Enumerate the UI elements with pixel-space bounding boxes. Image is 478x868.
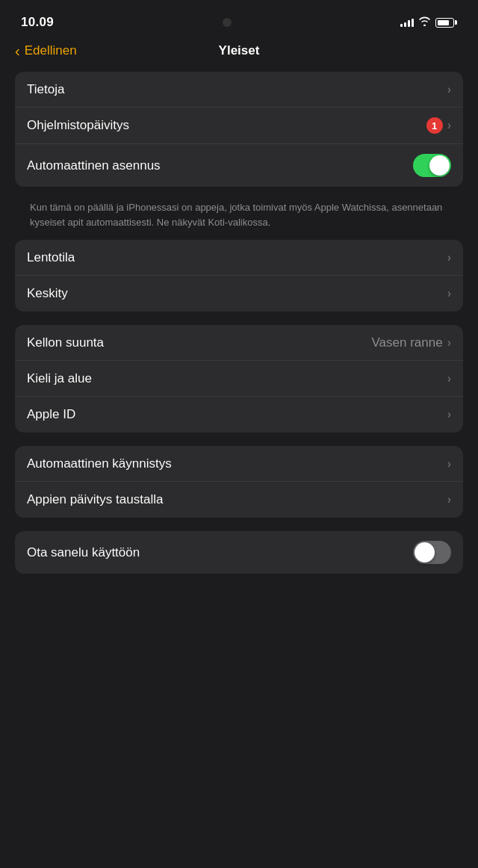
- ota-sanelu-row[interactable]: Ota sanelu käyttöön: [15, 531, 463, 574]
- settings-group-3: Kellon suunta Vasen ranne › Kieli ja alu…: [15, 325, 463, 433]
- ota-sanelu-toggle[interactable]: [413, 541, 451, 564]
- tietoja-label: Tietoja: [27, 82, 64, 97]
- settings-group-4: Automaattinen käynnistys › Appien päivit…: [15, 446, 463, 518]
- lentotila-label: Lentotila: [27, 250, 75, 265]
- phone-frame: 10.09: [0, 0, 478, 868]
- chevron-right-icon: ›: [447, 372, 451, 385]
- settings-group-5: Ota sanelu käyttöön: [15, 531, 463, 574]
- page-title: Yleiset: [219, 43, 260, 58]
- chevron-right-icon: ›: [447, 251, 451, 264]
- back-label: Edellinen: [25, 43, 77, 58]
- keskity-row[interactable]: Keskity ›: [15, 276, 463, 311]
- update-badge: 1: [426, 117, 443, 134]
- navigation-bar: ‹ Edellinen Yleiset: [0, 40, 478, 67]
- automaattinen-kaynnistys-label: Automaattinen käynnistys: [27, 456, 172, 471]
- tietoja-row[interactable]: Tietoja ›: [15, 72, 463, 108]
- status-time: 10.09: [21, 15, 54, 30]
- battery-icon: [435, 18, 457, 28]
- ohjelmistopaivitys-label: Ohjelmistopäivitys: [27, 118, 129, 133]
- keskity-label: Keskity: [27, 286, 68, 301]
- kellon-suunta-label: Kellon suunta: [27, 335, 104, 350]
- automaattinen-kaynnistys-row[interactable]: Automaattinen käynnistys ›: [15, 446, 463, 482]
- kellon-suunta-value: Vasen ranne: [372, 335, 443, 350]
- spacer-3: [15, 525, 463, 531]
- status-icons: [400, 16, 457, 28]
- chevron-right-icon: ›: [447, 83, 451, 96]
- chevron-right-icon: ›: [447, 336, 451, 350]
- spacer-2: [15, 440, 463, 446]
- settings-group-2: Lentotila › Keskity ›: [15, 240, 463, 311]
- dynamic-island: [223, 18, 232, 27]
- automaattinen-description: Kun tämä on päällä ja iPhonessasi on app…: [15, 194, 463, 240]
- kieli-ja-alue-label: Kieli ja alue: [27, 371, 92, 386]
- kieli-ja-alue-row[interactable]: Kieli ja alue ›: [15, 361, 463, 397]
- signal-icon: [400, 19, 414, 27]
- automaattinen-asennus-toggle[interactable]: [413, 154, 451, 177]
- chevron-right-icon: ›: [447, 119, 451, 132]
- content-area: Tietoja › Ohjelmistopäivitys 1 › Automaa…: [0, 67, 478, 586]
- chevron-right-icon: ›: [447, 493, 451, 506]
- wifi-icon: [418, 16, 431, 28]
- apple-id-row[interactable]: Apple ID ›: [15, 397, 463, 433]
- appien-paivitys-label: Appien päivitys taustalla: [27, 492, 163, 507]
- settings-group-1: Tietoja › Ohjelmistopäivitys 1 › Automaa…: [15, 72, 463, 187]
- spacer-1: [15, 319, 463, 325]
- automaattinen-asennus-label: Automaattinen asennus: [27, 158, 161, 173]
- lentotila-row[interactable]: Lentotila ›: [15, 240, 463, 276]
- kellon-suunta-row[interactable]: Kellon suunta Vasen ranne ›: [15, 325, 463, 361]
- chevron-right-icon: ›: [447, 408, 451, 421]
- chevron-right-icon: ›: [447, 287, 451, 300]
- back-button[interactable]: ‹ Edellinen: [15, 43, 77, 60]
- automaattinen-asennus-row[interactable]: Automaattinen asennus: [15, 144, 463, 187]
- ota-sanelu-label: Ota sanelu käyttöön: [27, 545, 140, 560]
- chevron-right-icon: ›: [447, 457, 451, 471]
- ohjelmistopaivitys-row[interactable]: Ohjelmistopäivitys 1 ›: [15, 108, 463, 144]
- apple-id-label: Apple ID: [27, 407, 75, 422]
- status-bar: 10.09: [0, 0, 478, 40]
- back-chevron-icon: ‹: [15, 43, 20, 60]
- appien-paivitys-row[interactable]: Appien päivitys taustalla ›: [15, 482, 463, 518]
